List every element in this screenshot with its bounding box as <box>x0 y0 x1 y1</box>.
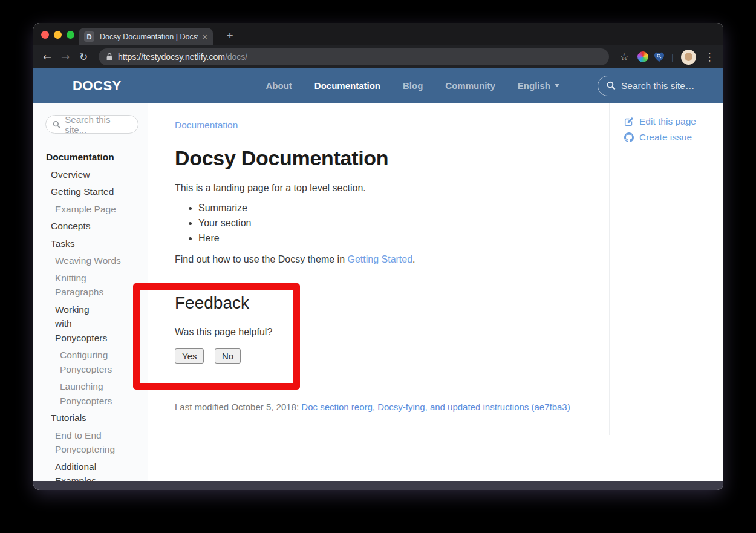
heart-search-extension-icon[interactable] <box>654 52 667 62</box>
forward-icon[interactable]: → <box>57 49 73 65</box>
left-sidebar: Search this site... Documentation Overvi… <box>33 103 148 481</box>
bullet-item: Your section <box>198 218 601 229</box>
page-body: Search this site... Documentation Overvi… <box>33 103 723 481</box>
sidebar-item-concepts[interactable]: Concepts <box>51 219 142 234</box>
sidebar-item-tasks[interactable]: Tasks <box>51 237 142 251</box>
nav-item-community[interactable]: Community <box>445 80 495 91</box>
browser-menu-icon[interactable]: ⋮ <box>702 51 717 63</box>
chevron-down-icon <box>555 84 559 87</box>
sidebar-search-input[interactable]: Search this site... <box>45 115 138 134</box>
intro-paragraph: This is a landing page for a top level s… <box>175 183 601 194</box>
bookmark-star-icon[interactable]: ☆ <box>616 51 632 63</box>
tab-title: Docsy Documentation | Docsy <box>100 33 198 41</box>
sidebar-item-configuring-ponycopters[interactable]: Configuring Ponycopters <box>60 348 120 376</box>
search-icon <box>53 120 60 129</box>
navbar-search-input[interactable]: Search this site… <box>598 76 723 96</box>
bullet-item: Summarize <box>198 203 601 214</box>
feedback-no-button[interactable]: No <box>215 348 241 364</box>
last-modified: Last modified October 5, 2018: Doc secti… <box>175 402 601 412</box>
nav-item-about[interactable]: About <box>266 80 292 91</box>
navbar-links: About Documentation Blog Community Engli… <box>266 76 724 96</box>
search-icon <box>607 81 616 90</box>
tab-strip: D Docsy Documentation | Docsy × + <box>33 23 723 45</box>
edit-pencil-icon <box>624 117 634 126</box>
create-issue-label: Create issue <box>639 132 692 143</box>
url-path: /docs/ <box>225 52 247 62</box>
sidebar-item-example-page[interactable]: Example Page <box>55 202 123 217</box>
language-label: English <box>518 80 550 91</box>
github-icon <box>624 132 634 142</box>
bullet-item: Here <box>198 233 601 244</box>
findout-suffix: . <box>412 254 415 264</box>
findout-prefix: Find out how to use the Docsy theme in <box>175 254 347 264</box>
browser-tab[interactable]: D Docsy Documentation | Docsy × <box>79 28 213 45</box>
site-logo[interactable]: DOCSY <box>73 78 122 94</box>
sidebar-item-end-to-end-ponycoptering[interactable]: End to End Ponycoptering <box>55 428 123 457</box>
findout-paragraph: Find out how to use the Docsy theme in G… <box>175 254 601 265</box>
sidebar-item-tutorials[interactable]: Tutorials <box>51 411 142 425</box>
right-sidebar: Edit this page Create issue <box>609 103 723 435</box>
minimize-window-button[interactable] <box>54 31 62 39</box>
back-icon[interactable]: ← <box>39 49 55 65</box>
lock-icon <box>106 53 113 61</box>
breadcrumb[interactable]: Documentation <box>175 120 601 131</box>
page-title: Docsy Documentation <box>175 146 601 170</box>
reload-icon[interactable]: ↻ <box>76 49 91 65</box>
site-footer <box>33 481 723 490</box>
url-host: https://testydocsy.netlify.com <box>118 52 225 62</box>
nav-item-blog[interactable]: Blog <box>403 80 423 91</box>
url-text: https://testydocsy.netlify.com/docs/ <box>118 52 247 62</box>
edit-this-page-link[interactable]: Edit this page <box>624 116 723 127</box>
create-issue-link[interactable]: Create issue <box>624 132 723 143</box>
sidebar-nav-tree: Documentation Overview Getting Started E… <box>45 150 142 481</box>
sidebar-item-overview[interactable]: Overview <box>51 168 142 182</box>
bullet-list: Summarize Your section Here <box>175 203 601 244</box>
content-divider <box>175 391 601 391</box>
edit-this-page-label: Edit this page <box>639 116 696 127</box>
sidebar-item-additional-examples[interactable]: Additional Examples <box>55 460 123 482</box>
browser-window: D Docsy Documentation | Docsy × + ← → ↻ … <box>33 23 723 490</box>
sidebar-item-knitting-paragraphs[interactable]: Knitting Paragraphs <box>55 271 123 299</box>
sidebar-item-working-with-ponycopters[interactable]: Working with Ponycopters <box>55 302 103 345</box>
profile-avatar[interactable] <box>681 50 696 65</box>
new-tab-button[interactable]: + <box>222 28 238 44</box>
fullscreen-window-button[interactable] <box>67 31 74 39</box>
browser-toolbar: ← → ↻ https://testydocsy.netlify.com/doc… <box>33 45 723 68</box>
avatar-face <box>685 53 692 61</box>
getting-started-link[interactable]: Getting Started <box>347 254 412 264</box>
sidebar-item-weaving-words[interactable]: Weaving Words <box>55 253 123 268</box>
close-window-button[interactable] <box>41 31 49 39</box>
site-navbar: DOCSY About Documentation Blog Community… <box>33 68 723 103</box>
feedback-question: Was this page helpful? <box>175 327 601 338</box>
sidebar-item-launching-ponycopters[interactable]: Launching Ponycopters <box>60 379 120 408</box>
main-content: Documentation Docsy Documentation This i… <box>148 103 609 481</box>
window-controls <box>41 31 74 39</box>
last-modified-prefix: Last modified October 5, 2018: <box>175 402 301 412</box>
tab-close-icon[interactable]: × <box>202 31 207 42</box>
sidebar-item-documentation[interactable]: Documentation <box>46 150 142 165</box>
feedback-section: Feedback Was this page helpful? Yes No <box>175 293 601 364</box>
tab-favicon: D <box>84 31 94 42</box>
address-bar[interactable]: https://testydocsy.netlify.com/docs/ <box>99 48 609 65</box>
nav-item-documentation[interactable]: Documentation <box>314 80 380 91</box>
sidebar-search-placeholder: Search this site... <box>65 114 131 135</box>
feedback-heading: Feedback <box>175 293 601 313</box>
toolbar-separator: | <box>671 52 674 62</box>
language-dropdown[interactable]: English <box>518 80 559 91</box>
color-wheel-extension-icon[interactable] <box>637 51 648 62</box>
navbar-search-placeholder: Search this site… <box>621 80 694 91</box>
feedback-yes-button[interactable]: Yes <box>175 348 204 364</box>
sidebar-item-getting-started[interactable]: Getting Started <box>51 185 142 199</box>
commit-link[interactable]: Doc section reorg, Docsy-fying, and upda… <box>301 402 570 412</box>
